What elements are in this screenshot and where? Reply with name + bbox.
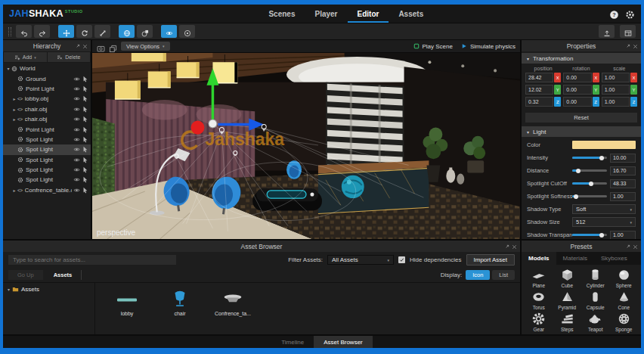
view-options-button[interactable]: View Options ▾ [121, 42, 170, 51]
intensity-value[interactable]: 10.00 [610, 154, 636, 163]
visibility-eye-icon[interactable] [73, 136, 80, 143]
pick-cursor-icon[interactable] [82, 157, 88, 163]
filter-assets-dropdown[interactable]: All Assets ▾ [327, 255, 394, 265]
pick-cursor-icon[interactable] [82, 146, 88, 153]
spotlight-softness-slider[interactable] [572, 195, 607, 197]
scene-3d[interactable]: Jahshaka perspective [92, 53, 520, 239]
rotate-button[interactable] [76, 25, 92, 38]
visibility-button[interactable] [161, 25, 177, 38]
preset-model-sphere[interactable]: Sphere [610, 268, 639, 288]
delete-button[interactable]: Delete [48, 52, 91, 62]
hierarchy-item-confrence-table-obj[interactable]: ▸<>Confrence_table.obj [3, 185, 91, 195]
distance-slider[interactable] [572, 169, 607, 172]
preset-model-cube[interactable]: Cube [553, 268, 582, 288]
position-z-value[interactable]: 0.32 [525, 97, 553, 107]
visibility-eye-icon[interactable] [73, 176, 80, 183]
position-y-value[interactable]: 12.02 [525, 85, 553, 95]
spotlight-softness-value[interactable]: 1.00 [610, 192, 636, 201]
add-button[interactable]: Add▾ [4, 52, 47, 62]
popout-icon[interactable] [75, 43, 80, 48]
pick-cursor-icon[interactable] [82, 126, 88, 133]
shadow-type-select[interactable]: Soft▾ [572, 204, 636, 214]
asset-item-lobby[interactable]: lobby [106, 290, 148, 316]
hierarchy-item-chair-obj[interactable]: ▸<>chair.obj [3, 114, 91, 124]
preset-model-cone[interactable]: Cone [610, 290, 639, 310]
visibility-eye-icon[interactable] [73, 146, 80, 153]
export-button[interactable] [599, 25, 615, 38]
pick-cursor-icon[interactable] [82, 187, 88, 194]
toolbar-grip-handle[interactable] [8, 27, 11, 36]
expand-caret-icon[interactable]: ▸ [11, 116, 17, 122]
visibility-eye-icon[interactable] [73, 157, 80, 163]
bottom-tab-timeline[interactable]: Timeline [271, 336, 314, 348]
spotlight-cutoff-slider[interactable] [572, 182, 607, 185]
popout-icon[interactable] [504, 244, 509, 249]
intensity-slider[interactable] [572, 157, 607, 159]
play-scene-button[interactable]: Play Scene [413, 43, 453, 50]
redo-button[interactable] [34, 25, 50, 38]
visibility-eye-icon[interactable] [73, 126, 80, 133]
preset-model-plane[interactable]: Plane [525, 268, 553, 288]
shadow-transparency-value[interactable]: 1.00 [610, 231, 636, 240]
tab-player[interactable]: Player [305, 5, 347, 23]
scale-button[interactable] [94, 25, 110, 38]
reset-button[interactable]: Reset [525, 113, 637, 123]
close-icon[interactable] [512, 244, 517, 249]
undo-button[interactable] [16, 25, 32, 38]
pick-cursor-icon[interactable] [82, 85, 88, 92]
preset-model-steps[interactable]: Steps [553, 312, 582, 332]
world-space-button[interactable] [119, 25, 135, 38]
rotation-z-value[interactable]: 0.00 [563, 97, 591, 107]
presets-tab-materials[interactable]: Materials [556, 252, 594, 265]
visibility-eye-icon[interactable] [73, 76, 80, 82]
hierarchy-item-spot-light[interactable]: Spot Light [3, 175, 91, 185]
capture-icon[interactable] [97, 42, 105, 51]
bottom-tab-asset-browser[interactable]: Asset Browser [314, 336, 373, 348]
presets-tab-models[interactable]: Models [522, 252, 556, 265]
import-asset-button[interactable]: Import Asset [466, 254, 515, 266]
expand-caret-icon[interactable]: ▸ [11, 188, 17, 193]
tab-scenes[interactable]: Scenes [259, 5, 305, 23]
orbit-button[interactable] [179, 25, 195, 38]
visibility-eye-icon[interactable] [73, 187, 80, 194]
preset-model-capsule[interactable]: Capsule [581, 290, 610, 310]
preset-model-torus[interactable]: Torus [525, 290, 553, 310]
hierarchy-item-spot-light[interactable]: Spot Light [3, 135, 91, 144]
hierarchy-item-world[interactable]: ▾World [3, 64, 91, 73]
visibility-eye-icon[interactable] [73, 106, 80, 113]
rotation-y-value[interactable]: 0.00 [563, 85, 591, 95]
color-swatch[interactable] [572, 141, 636, 149]
transformation-section-header[interactable]: ▾ Transformation [522, 53, 641, 64]
display-list-button[interactable]: List [492, 270, 515, 280]
simulate-physics-button[interactable]: Simulate physics [461, 43, 516, 50]
assets-tab[interactable]: Assets [45, 270, 82, 280]
scale-z-value[interactable]: 1.00 [602, 97, 630, 107]
tab-assets[interactable]: Assets [389, 5, 433, 23]
position-x-value[interactable]: 28.42 [525, 73, 553, 82]
tab-editor[interactable]: Editor [348, 5, 389, 23]
light-section-header[interactable]: ▾ Light [522, 126, 641, 137]
hierarchy-item-chair-obj[interactable]: ▸<>chair.obj [3, 104, 91, 114]
pick-cursor-icon[interactable] [82, 176, 88, 183]
hierarchy-item-spot-light[interactable]: Spot Light [3, 155, 91, 165]
hierarchy-item-point-light[interactable]: Point Light [3, 124, 91, 134]
go-up-button[interactable]: Go Up [8, 270, 43, 280]
hierarchy-item-lobby-obj[interactable]: ▸<>lobby.obj [3, 94, 91, 104]
folder-row-assets[interactable]: ▾ Assets [8, 286, 90, 293]
layout-button[interactable] [620, 25, 636, 38]
settings-gear-icon[interactable] [625, 9, 635, 19]
hierarchy-item-ground[interactable]: Ground [3, 73, 91, 83]
visibility-eye-icon[interactable] [73, 85, 80, 92]
expand-caret-icon[interactable]: ▾ [5, 66, 11, 71]
scale-y-value[interactable]: 1.00 [602, 85, 630, 95]
clone-icon[interactable] [109, 42, 117, 51]
visibility-eye-icon[interactable] [73, 116, 80, 123]
shadow-size-select[interactable]: 512▾ [572, 217, 636, 227]
pick-cursor-icon[interactable] [82, 136, 88, 143]
pick-cursor-icon[interactable] [82, 106, 88, 113]
spotlight-cutoff-value[interactable]: 48.33 [610, 179, 636, 188]
popout-icon[interactable] [625, 244, 630, 249]
expand-caret-icon[interactable]: ▸ [11, 96, 17, 101]
camera-mode-label[interactable]: perspective [97, 228, 135, 237]
preset-model-pyramid[interactable]: Pyramid [553, 290, 582, 310]
